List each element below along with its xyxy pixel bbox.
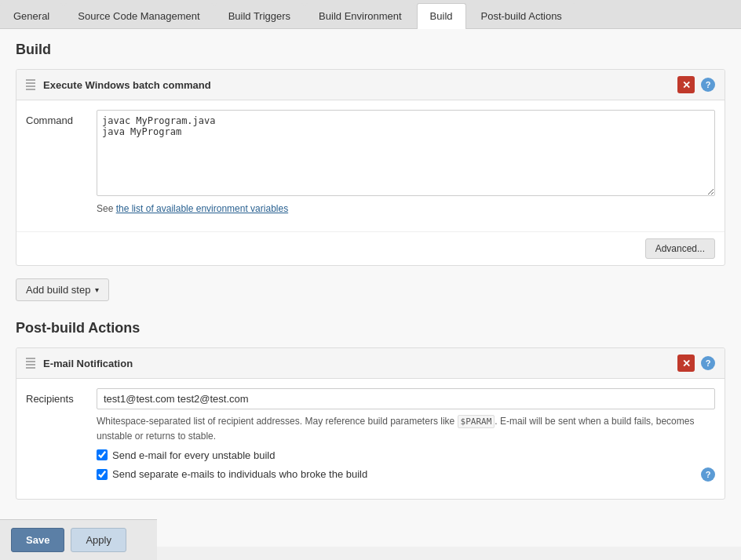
env-vars-link[interactable]: the list of available environment variab… bbox=[116, 203, 288, 214]
email-notification-card: E-mail Notification ✕ ? Recipients White… bbox=[16, 347, 725, 500]
broke-build-help-icon[interactable]: ? bbox=[701, 467, 715, 482]
email-card-header: E-mail Notification ✕ ? bbox=[16, 348, 725, 379]
save-button[interactable]: Save bbox=[11, 528, 64, 552]
tab-source-code[interactable]: Source Code Management bbox=[64, 3, 213, 28]
bottom-bar: Save Apply bbox=[0, 519, 157, 560]
help-icon[interactable]: ? bbox=[701, 78, 715, 92]
broke-build-label[interactable]: Send separate e-mails to individuals who… bbox=[112, 468, 367, 480]
email-help-icon[interactable]: ? bbox=[701, 356, 715, 370]
tab-build[interactable]: Build bbox=[417, 3, 466, 29]
drag-handle[interactable] bbox=[26, 79, 35, 90]
recipients-label: Recipients bbox=[26, 388, 97, 405]
dropdown-arrow-icon: ▾ bbox=[95, 285, 99, 294]
help-param: $PARAM bbox=[458, 415, 495, 428]
execute-batch-card: Execute Windows batch command ✕ ? Comman… bbox=[16, 69, 725, 266]
email-card-body: Recipients Whitespace-separated list of … bbox=[16, 379, 725, 499]
build-section-title: Build bbox=[16, 42, 725, 58]
broke-build-checkbox[interactable] bbox=[97, 469, 108, 480]
checkbox1-row: Send e-mail for every unstable build bbox=[97, 449, 715, 461]
tab-general[interactable]: General bbox=[0, 3, 63, 28]
post-build-section-title: Post-build Actions bbox=[16, 320, 725, 336]
env-vars-prefix: See bbox=[97, 203, 116, 214]
command-label: Command bbox=[26, 110, 97, 126]
help-text-part1: Whitespace-separated list of recipient a… bbox=[97, 416, 458, 427]
command-row: Command javac MyProgram.java java MyProg… bbox=[26, 110, 715, 214]
card-header: Execute Windows batch command ✕ ? bbox=[16, 70, 725, 100]
email-drag-handle[interactable] bbox=[26, 358, 35, 369]
command-textarea[interactable]: javac MyProgram.java java MyProgram bbox=[97, 110, 715, 196]
email-close-button[interactable]: ✕ bbox=[677, 355, 695, 372]
advanced-button[interactable]: Advanced... bbox=[645, 238, 715, 259]
command-field: javac MyProgram.java java MyProgram See … bbox=[97, 110, 715, 214]
tab-build-triggers[interactable]: Build Triggers bbox=[215, 3, 304, 28]
recipients-row: Recipients Whitespace-separated list of … bbox=[26, 388, 715, 482]
add-build-step-button[interactable]: Add build step ▾ bbox=[16, 278, 109, 301]
apply-button[interactable]: Apply bbox=[71, 528, 126, 552]
tab-build-environment[interactable]: Build Environment bbox=[305, 3, 415, 28]
email-card-title: E-mail Notification bbox=[43, 358, 677, 369]
recipients-field: Whitespace-separated list of recipient a… bbox=[97, 388, 715, 482]
card-title: Execute Windows batch command bbox=[43, 79, 677, 91]
close-button[interactable]: ✕ bbox=[677, 76, 695, 93]
env-vars-text: See the list of available environment va… bbox=[97, 203, 715, 214]
recipients-input[interactable] bbox=[97, 388, 715, 409]
checkbox2-row: Send separate e-mails to individuals who… bbox=[97, 467, 715, 482]
tab-post-build-actions[interactable]: Post-build Actions bbox=[468, 3, 575, 28]
tabs-bar: General Source Code Management Build Tri… bbox=[0, 0, 741, 29]
unstable-build-label[interactable]: Send e-mail for every unstable build bbox=[112, 449, 275, 461]
unstable-build-checkbox[interactable] bbox=[97, 449, 108, 460]
recipients-help-text: Whitespace-separated list of recipient a… bbox=[97, 414, 715, 443]
card-footer: Advanced... bbox=[16, 231, 725, 265]
add-build-step-label: Add build step bbox=[26, 284, 90, 296]
card-body: Command javac MyProgram.java java MyProg… bbox=[16, 100, 725, 231]
main-content: Build Execute Windows batch command ✕ ? … bbox=[0, 29, 741, 547]
